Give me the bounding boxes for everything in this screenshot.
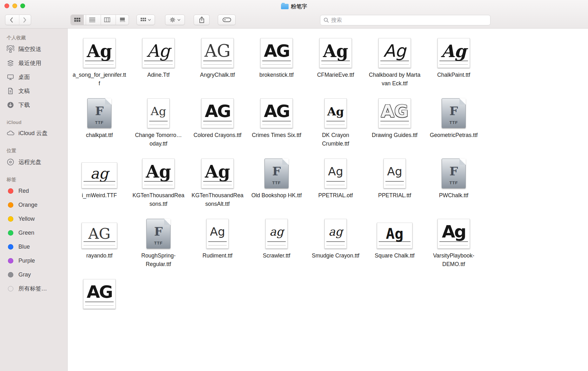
sidebar-item-documents[interactable]: 文稿 xyxy=(0,84,67,98)
thumb-area: FTTF xyxy=(442,95,466,128)
file-item[interactable]: AGbrokenstick.ttf xyxy=(247,35,306,95)
file-name: PWChalk.ttf xyxy=(439,191,468,200)
thumb-area: FTTF xyxy=(442,155,466,188)
folder-icon xyxy=(281,4,289,9)
sidebar-item-tag-blue[interactable]: Blue xyxy=(0,240,67,254)
file-item[interactable]: AgCFMarieEve.ttf xyxy=(306,35,365,95)
thumb-area: Ag xyxy=(324,95,347,128)
file-item[interactable]: AgSquare Chalk.ttf xyxy=(365,216,424,276)
file-item[interactable]: AgPPETRIAL.ttf xyxy=(365,155,424,216)
thumb-area: Ag xyxy=(201,155,234,188)
view-columns-button[interactable] xyxy=(101,15,114,25)
font-preview: Ag xyxy=(438,219,470,249)
sidebar-item-tag-red[interactable]: Red xyxy=(0,184,67,198)
view-switcher xyxy=(70,15,129,25)
thumb-area: AG xyxy=(201,95,234,128)
font-preview: ag xyxy=(82,162,117,188)
sidebar-item-tag-orange[interactable]: Orange xyxy=(0,198,67,212)
search-field[interactable] xyxy=(320,15,491,25)
view-list-button[interactable] xyxy=(86,15,99,25)
file-item[interactable]: FTTFPWChalk.ttf xyxy=(424,155,483,216)
sidebar-section-title: 标签 xyxy=(7,177,67,183)
sidebar-item-icloud-drive[interactable]: iCloud 云盘 xyxy=(0,126,67,140)
back-button[interactable] xyxy=(5,15,17,25)
file-item[interactable]: FTTFRoughSpring-Regular.ttf xyxy=(129,216,188,276)
edit-tags-button[interactable] xyxy=(218,15,236,25)
thumb-area: AG xyxy=(201,35,234,68)
view-gallery-button[interactable] xyxy=(116,15,129,25)
blue-tag-dot xyxy=(8,244,13,250)
font-preview: Ag xyxy=(147,98,170,128)
file-item[interactable]: agSmudgie Crayon.ttf xyxy=(306,216,365,276)
sidebar-item-label: Red xyxy=(18,188,29,194)
font-preview: Ag xyxy=(319,38,352,68)
file-item[interactable]: AGDrawing Guides.ttf xyxy=(365,95,424,155)
ttf-icon-glyph: F xyxy=(265,164,288,178)
file-item[interactable]: AgKGTenThousandReasonsAlt.ttf xyxy=(188,155,247,216)
sidebar-item-remote-disc[interactable]: 远程光盘 xyxy=(0,155,67,169)
thumb-area: Ag xyxy=(83,35,116,68)
file-item[interactable]: agScrawler.ttf xyxy=(247,216,306,276)
sidebar-item-tag-purple[interactable]: Purple xyxy=(0,254,67,268)
sidebar-item-tag-yellow[interactable]: Yellow xyxy=(0,212,67,226)
file-name: Scrawler.ttf xyxy=(263,251,291,260)
file-item[interactable]: AgAdine.Ttf xyxy=(129,35,188,95)
nav-buttons xyxy=(5,15,31,25)
file-name: ChalkPaint.ttf xyxy=(437,71,470,79)
file-item[interactable]: AgChange Tomorro…oday.ttf xyxy=(129,95,188,155)
thumb-area: Ag xyxy=(142,155,175,188)
view-icons-button[interactable] xyxy=(71,15,84,25)
tag-color-icon xyxy=(6,284,15,293)
list-view-icon xyxy=(89,17,95,22)
file-item[interactable]: FTTFOld Bookshop HK.ttf xyxy=(247,155,306,216)
file-item[interactable]: AGrayando.ttf xyxy=(70,216,129,276)
file-name: Crimes Times Six.ttf xyxy=(252,131,301,140)
sidebar-item-tag-gray[interactable]: Gray xyxy=(0,268,67,282)
thumb-area: Ag xyxy=(384,155,406,188)
file-item[interactable]: AG xyxy=(70,276,129,336)
file-name: AngryChalk.ttf xyxy=(200,71,235,79)
file-name: i_mWeird.TTF xyxy=(82,191,117,200)
file-item[interactable]: AgVarsityPlaybook-DEMO.ttf xyxy=(424,216,483,276)
file-item[interactable]: Aga_song_for_jennifer.ttf xyxy=(70,35,129,95)
file-item[interactable]: AgChalkPaint.ttf xyxy=(424,35,483,95)
ttf-file-icon: FTTF xyxy=(442,98,466,128)
search-input[interactable] xyxy=(331,17,487,23)
ttf-file-icon: FTTF xyxy=(264,159,289,188)
sidebar-item-tag-green[interactable]: Green xyxy=(0,226,67,240)
forward-button[interactable] xyxy=(19,15,31,25)
file-name: PPETRIAL.otf xyxy=(318,191,353,200)
desktop-icon xyxy=(6,73,15,81)
sidebar-item-desktop[interactable]: 桌面 xyxy=(0,70,67,84)
file-name: CFMarieEve.ttf xyxy=(317,71,354,79)
file-item[interactable]: FTTFGeometricPetras.ttf xyxy=(424,95,483,155)
thumb-area: Ag xyxy=(142,35,175,68)
gallery-view-icon xyxy=(119,17,125,22)
file-item[interactable]: AgRudiment.ttf xyxy=(188,216,247,276)
file-item[interactable]: AgChalkboard by Marta van Eck.ttf xyxy=(365,35,424,95)
cloud-icon xyxy=(6,129,15,137)
thumb-area: ag xyxy=(82,155,117,188)
file-item[interactable]: FTTFchalkpat.ttf xyxy=(70,95,129,155)
sidebar-item-recents[interactable]: 最近使用 xyxy=(0,56,67,70)
tag-color-icon xyxy=(6,215,15,223)
file-item[interactable]: AgDK Crayon Crumble.ttf xyxy=(306,95,365,155)
file-item[interactable]: AGColored Crayons.ttf xyxy=(188,95,247,155)
thumb-area: Ag xyxy=(438,35,470,68)
sidebar-item-label: 文稿 xyxy=(18,87,30,95)
file-item[interactable]: AgKGTenThousandReasons.ttf xyxy=(129,155,188,216)
action-menu-button[interactable] xyxy=(165,15,185,25)
file-item[interactable]: AGAngryChalk.ttf xyxy=(188,35,247,95)
file-item[interactable]: AGCrimes Times Six.ttf xyxy=(247,95,306,155)
font-preview: AG xyxy=(378,98,411,128)
sidebar-item-airdrop[interactable]: 隔空投送 xyxy=(0,42,67,56)
sidebar-item-all-tags[interactable]: 所有标签… xyxy=(0,282,67,296)
font-preview: ag xyxy=(324,219,347,249)
file-item[interactable]: agi_mWeird.TTF xyxy=(70,155,129,216)
sidebar-item-downloads[interactable]: 下载 xyxy=(0,98,67,112)
share-button[interactable] xyxy=(194,15,210,25)
group-by-button[interactable] xyxy=(137,15,155,25)
file-item[interactable]: AgPPETRIAL.otf xyxy=(306,155,365,216)
window-title: 粉笔字 xyxy=(291,3,307,10)
thumb-area: ag xyxy=(324,216,347,249)
